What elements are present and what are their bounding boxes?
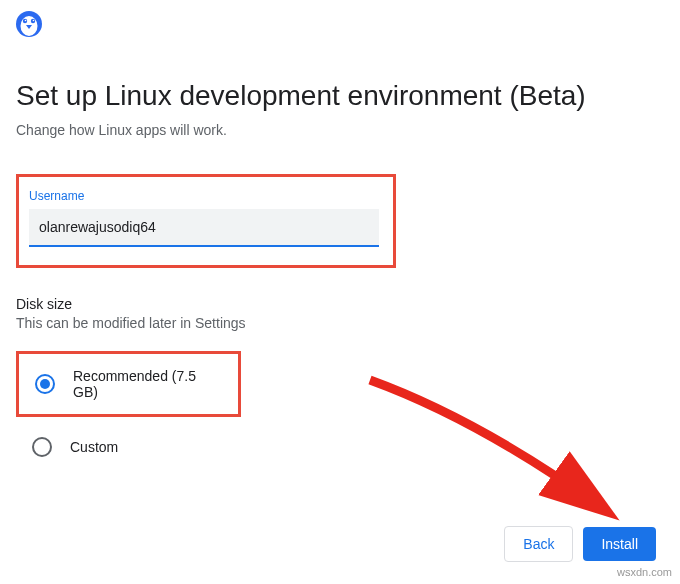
radio-selected-icon [35,374,55,394]
custom-label: Custom [70,439,118,455]
penguin-icon [15,10,43,40]
watermark: wsxdn.com [617,566,672,578]
svg-point-4 [25,20,27,22]
page-title: Set up Linux development environment (Be… [16,80,664,112]
username-label: Username [29,189,383,203]
disk-size-sub: This can be modified later in Settings [16,315,664,331]
username-section-highlight: Username [16,174,396,268]
disk-option-recommended[interactable]: Recommended (7.5 GB) [27,364,230,404]
install-button[interactable]: Install [583,527,656,561]
footer-actions: Back Install [504,526,656,562]
recommended-option-highlight: Recommended (7.5 GB) [16,351,241,417]
back-button[interactable]: Back [504,526,573,562]
radio-unselected-icon [32,437,52,457]
svg-point-5 [33,20,35,22]
page-subtitle: Change how Linux apps will work. [16,122,664,138]
recommended-label: Recommended (7.5 GB) [73,368,222,400]
username-field[interactable] [29,209,379,247]
disk-option-custom[interactable]: Custom [16,433,664,461]
disk-size-header: Disk size [16,296,664,312]
